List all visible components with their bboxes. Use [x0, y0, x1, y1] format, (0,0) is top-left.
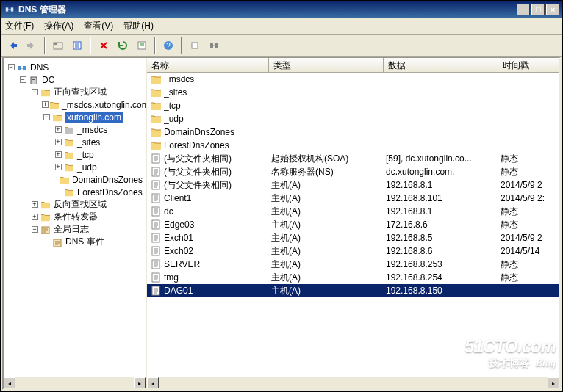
export-button[interactable]	[133, 37, 151, 54]
list-row[interactable]: _msdcs	[147, 73, 559, 86]
menu-action[interactable]: 操作(A)	[44, 20, 73, 32]
folder-icon	[150, 113, 162, 125]
rec-icon	[150, 206, 162, 217]
list-row[interactable]: _tcp	[147, 99, 559, 112]
list-row[interactable]: dc主机(A)192.168.8.1静态	[147, 205, 559, 218]
tree-view[interactable]: −DNS−DC−正向查找区域+_msdcs.xutonglin.com−xuto…	[4, 58, 147, 388]
list-row[interactable]: Client1主机(A)192.168.8.1012014/5/9 2:	[147, 192, 559, 205]
cell-name: DAG01	[164, 286, 271, 296]
svg-rect-8	[192, 43, 198, 48]
tree-item[interactable]: +_msdcs.xutonglin.com	[5, 98, 144, 111]
list-row[interactable]: _udp	[147, 112, 559, 126]
svg-rect-11	[18, 66, 21, 70]
rec-icon	[150, 272, 162, 283]
up-button[interactable]	[49, 37, 67, 54]
folder-icon	[63, 137, 75, 148]
cell-name: (与父文件夹相同)	[164, 166, 271, 178]
list-row[interactable]: tmg主机(A)192.168.8.254静态	[147, 271, 559, 284]
svg-rect-3	[54, 43, 57, 45]
tree-item[interactable]: DomainDnsZones	[5, 173, 144, 186]
tree-item[interactable]: +_tcp	[5, 148, 144, 161]
close-button[interactable]: ✕	[546, 4, 559, 15]
scroll-right-button[interactable]: ▸	[548, 377, 559, 388]
list-row[interactable]: Exch01主机(A)192.168.8.52014/5/9 2	[147, 231, 559, 244]
tree-item[interactable]: −xutonglin.com	[5, 111, 144, 123]
cell-name: _udp	[164, 114, 271, 124]
list-row[interactable]: (与父文件夹相同)主机(A)192.168.8.12014/5/9 2	[147, 178, 559, 192]
rec-icon	[150, 166, 162, 178]
list-row[interactable]: Exch02主机(A)192.168.8.62014/5/14	[147, 244, 559, 258]
tree-item[interactable]: DNS 事件	[5, 236, 144, 248]
cell-type: 主机(A)	[271, 192, 386, 205]
cell-type: 主机(A)	[271, 245, 386, 258]
scroll-right-button[interactable]: ▸	[134, 377, 146, 388]
cell-name: _sites	[164, 87, 271, 98]
tree-item[interactable]: +_udp	[5, 161, 144, 173]
minimize-button[interactable]: ─	[517, 4, 530, 15]
refresh-button[interactable]	[114, 37, 132, 54]
list-horizontal-scrollbar[interactable]: ◂ ▸	[147, 377, 559, 388]
svg-text:?: ?	[166, 42, 171, 50]
back-button[interactable]	[4, 37, 21, 54]
list-row[interactable]: (与父文件夹相同)起始授权机构(SOA)[59], dc.xutonglin.c…	[147, 152, 559, 165]
tree-item[interactable]: −DNS	[5, 61, 144, 73]
forward-button[interactable]	[23, 37, 40, 54]
cell-name: Client1	[164, 193, 271, 203]
list-header[interactable]: 名称 类型 数据 时间戳	[147, 58, 559, 73]
cell-data: 192.168.8.6	[386, 246, 501, 256]
folder-icon	[40, 87, 51, 98]
delete-button[interactable]	[95, 37, 112, 54]
connect-button[interactable]	[205, 37, 223, 54]
rec-icon	[150, 285, 162, 297]
rec-icon	[150, 245, 162, 257]
folder-icon	[150, 139, 162, 151]
tree-item-label: _udp	[77, 162, 97, 173]
list-row[interactable]: Edge03主机(A)172.16.8.6静态	[147, 218, 559, 231]
list-row[interactable]: DomainDnsZones	[147, 126, 559, 139]
tree-item[interactable]: +_msdcs	[5, 123, 144, 136]
list-row[interactable]: ForestDnsZones	[147, 139, 559, 152]
col-type[interactable]: 类型	[269, 58, 384, 72]
list-row[interactable]: _sites	[147, 86, 559, 99]
list-row[interactable]: SERVER主机(A)192.168.8.253静态	[147, 258, 559, 271]
svg-rect-21	[152, 207, 159, 216]
cell-ts: 静态	[501, 166, 559, 178]
col-data[interactable]: 数据	[384, 58, 498, 72]
svg-rect-12	[23, 66, 26, 70]
cell-name: (与父文件夹相同)	[164, 153, 271, 165]
titlebar[interactable]: DNS 管理器 ─ ☐ ✕	[1, 1, 562, 18]
tree-item[interactable]: +条件转发器	[5, 211, 144, 223]
tree-item[interactable]: ForestDnsZones	[5, 186, 144, 198]
maximize-button[interactable]: ☐	[531, 4, 545, 15]
menu-view[interactable]: 查看(V)	[84, 20, 113, 32]
scroll-left-button[interactable]: ◂	[147, 377, 159, 388]
tree-item[interactable]: +反向查找区域	[5, 198, 144, 211]
cell-data: 192.168.8.1	[386, 180, 501, 190]
list-view[interactable]: 名称 类型 数据 时间戳 _msdcs_sites_tcp_udpDomainD…	[147, 58, 559, 388]
scroll-left-button[interactable]: ◂	[4, 377, 15, 388]
property-button[interactable]	[68, 37, 86, 54]
cell-ts: 静态	[501, 153, 559, 165]
list-row[interactable]: (与父文件夹相同)名称服务器(NS)dc.xutonglin.com.静态	[147, 165, 559, 178]
tree-item-label: _msdcs.xutonglin.com	[62, 100, 147, 110]
cell-data: 192.168.8.1	[386, 206, 501, 217]
new-button[interactable]	[186, 37, 204, 54]
tree-horizontal-scrollbar[interactable]: ◂▸	[4, 377, 146, 388]
tree-item[interactable]: −全局日志	[5, 223, 144, 236]
tree-item[interactable]: −正向查找区域	[5, 86, 144, 98]
svg-rect-13	[31, 77, 37, 84]
tree-item[interactable]: +_sites	[5, 136, 144, 148]
tree-item[interactable]: −DC	[5, 73, 144, 86]
app-icon	[16, 62, 28, 73]
menu-file[interactable]: 文件(F)	[5, 20, 34, 32]
svg-rect-14	[32, 79, 35, 80]
list-row[interactable]: DAG01主机(A)192.168.8.150	[147, 284, 559, 297]
col-name[interactable]: 名称	[147, 58, 269, 72]
cell-name: Exch02	[164, 246, 271, 256]
cell-type: 主机(A)	[271, 232, 386, 244]
menu-help[interactable]: 帮助(H)	[123, 20, 154, 32]
col-ts[interactable]: 时间戳	[498, 58, 559, 72]
cell-type: 名称服务器(NS)	[271, 166, 386, 178]
cell-data: 172.16.8.6	[386, 219, 501, 230]
help-button[interactable]: ?	[159, 37, 177, 54]
